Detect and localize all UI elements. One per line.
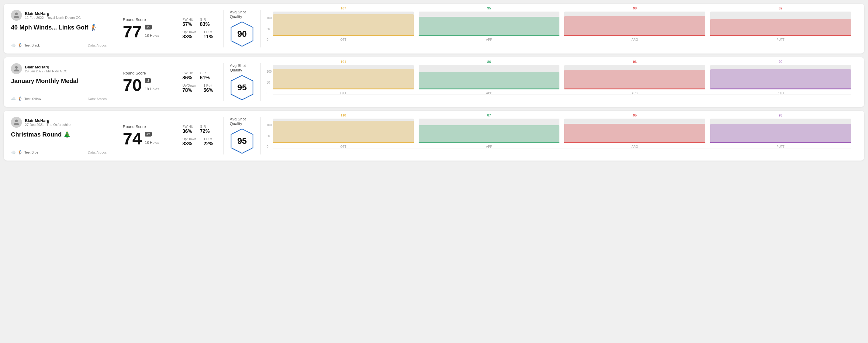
stat-up-down: Up/Down 78% — [182, 84, 196, 93]
one-putt-value: 56% — [204, 88, 213, 93]
score-row: 74 +2 18 Holes — [123, 130, 166, 147]
bar-fill — [710, 69, 851, 89]
weather-icon: ☁️ — [11, 96, 16, 101]
round-title: 40 Mph Winds... Links Golf 🏌 — [11, 24, 107, 31]
up-down-label: Up/Down — [182, 137, 196, 141]
chart-bar-group: 87 APP — [418, 114, 559, 148]
stat-row-bottom: Up/Down 33% 1 Putt 22% — [182, 137, 216, 147]
user-info: Blair McHarg 12 Feb 2022 · Royal North D… — [25, 11, 81, 20]
bars-container: 110 OTT 87 APP 95 ARG 93 — [273, 117, 851, 154]
y-0: 0 — [267, 38, 272, 41]
user-row: Blair McHarg 29 Jan 2022 · Mill Ride GCC — [11, 63, 107, 74]
holes-label: 18 Holes — [145, 33, 159, 38]
bag-icon: 🏌 — [18, 96, 23, 101]
weather-icon: ☁️ — [11, 43, 16, 48]
bar-accent — [418, 89, 559, 89]
bar-value: 110 — [341, 114, 346, 117]
bar-fill — [710, 19, 851, 36]
avatar — [11, 10, 22, 21]
bar-wrapper — [564, 65, 705, 89]
bar-value: 93 — [779, 114, 782, 117]
quality-score: 90 — [237, 29, 247, 39]
up-down-value: 33% — [182, 141, 196, 147]
chart-bar-group: 99 PUTT — [710, 60, 851, 95]
bar-value: 99 — [779, 60, 782, 64]
round-title: Christmas Round 🎄 — [11, 131, 107, 138]
score-number: 74 — [123, 130, 142, 147]
chart-bar-group: 110 OTT — [273, 114, 414, 148]
bars-container: 101 OTT 86 APP 96 ARG 99 — [273, 64, 851, 100]
avatar — [11, 63, 22, 74]
avatar — [11, 117, 22, 128]
user-name: Blair McHarg — [25, 65, 67, 69]
hexagon-container: 90 — [230, 21, 254, 48]
stat-row-top: FW Hit 86% GIR 61% — [182, 71, 216, 81]
bar-accent — [564, 89, 705, 89]
bar-fill — [273, 121, 414, 143]
bar-fill — [418, 17, 559, 36]
card-quality: Avg Shot Quality 95 — [224, 63, 260, 101]
card-chart: 100 50 0 101 OTT 86 APP — [260, 63, 857, 101]
score-row: 70 -2 18 Holes — [123, 76, 166, 94]
bar-accent — [564, 142, 705, 143]
card-middle: Round Score 77 +5 18 Holes — [114, 10, 175, 48]
y-0: 0 — [267, 145, 272, 148]
card-left: Blair McHarg 12 Feb 2022 · Royal North D… — [11, 10, 114, 48]
card-middle: Round Score 74 +2 18 Holes — [114, 117, 175, 154]
quality-label: Avg Shot Quality — [230, 10, 254, 19]
stat-one-putt: 1 Putt 56% — [204, 84, 213, 93]
bag-icon: 🏌 — [18, 150, 23, 154]
bar-fill — [710, 124, 851, 143]
bar-value: 101 — [341, 60, 346, 64]
chart-bar-group: 96 ARG — [564, 60, 705, 95]
user-date: 12 Feb 2022 · Royal North Devon GC — [25, 16, 81, 20]
score-number: 70 — [123, 76, 142, 94]
bar-value: 98 — [633, 6, 637, 10]
stat-row-top: FW Hit 36% GIR 72% — [182, 125, 216, 134]
card-quality: Avg Shot Quality 90 — [224, 10, 260, 48]
user-name: Blair McHarg — [25, 118, 70, 123]
user-row: Blair McHarg 12 Feb 2022 · Royal North D… — [11, 10, 107, 21]
tee-label: Tee: Yellow — [24, 97, 41, 101]
stat-fw-hit: FW Hit 57% — [182, 18, 193, 27]
card-footer: ☁️ 🏌 Tee: Yellow Data: Arccos — [11, 93, 107, 101]
stat-row-bottom: Up/Down 78% 1 Putt 56% — [182, 84, 216, 93]
gir-value: 83% — [200, 22, 210, 27]
tee-label: Tee: Black — [24, 43, 40, 47]
card-stats: FW Hit 57% GIR 83% Up/Down 33% 1 Putt 11… — [175, 10, 224, 48]
stat-fw-hit: FW Hit 36% — [182, 125, 193, 134]
score-number: 77 — [123, 23, 142, 40]
score-badge: -2 — [145, 78, 151, 83]
bar-fill — [564, 70, 705, 89]
bar-wrapper — [564, 11, 705, 36]
bar-wrapper — [418, 11, 559, 36]
bar-fill — [418, 125, 559, 143]
card-quality: Avg Shot Quality 95 — [224, 117, 260, 154]
user-date: 27 Dec 2021 · The Oxfordshire — [25, 123, 70, 126]
chart-bar-group: 107 OTT — [273, 6, 414, 41]
one-putt-value: 11% — [204, 34, 213, 39]
bar-accent — [710, 35, 851, 36]
bar-value: 95 — [633, 114, 637, 117]
chart-area: 100 50 0 110 OTT 87 APP — [267, 117, 851, 154]
score-badge: +5 — [145, 25, 152, 30]
bar-value: 87 — [487, 114, 491, 117]
stat-row-bottom: Up/Down 33% 1 Putt 11% — [182, 30, 216, 39]
user-date: 29 Jan 2022 · Mill Ride GCC — [25, 69, 67, 73]
bar-fill — [273, 69, 414, 89]
fw-hit-label: FW Hit — [182, 18, 193, 21]
bag-icon: 🏌 — [18, 43, 23, 48]
round-card: Blair McHarg 29 Jan 2022 · Mill Ride GCC… — [4, 57, 864, 107]
one-putt-label: 1 Putt — [204, 137, 213, 141]
score-badge: +2 — [145, 132, 152, 136]
bar-wrapper — [710, 119, 851, 143]
bar-value: 96 — [633, 60, 637, 64]
data-source: Data: Arccos — [88, 43, 107, 47]
user-info: Blair McHarg 29 Jan 2022 · Mill Ride GCC — [25, 65, 67, 73]
data-source: Data: Arccos — [88, 97, 107, 101]
y-50: 50 — [267, 81, 272, 84]
one-putt-label: 1 Putt — [204, 84, 213, 87]
fw-hit-label: FW Hit — [182, 125, 193, 128]
stat-one-putt: 1 Putt 22% — [204, 137, 213, 147]
y-0: 0 — [267, 92, 272, 95]
